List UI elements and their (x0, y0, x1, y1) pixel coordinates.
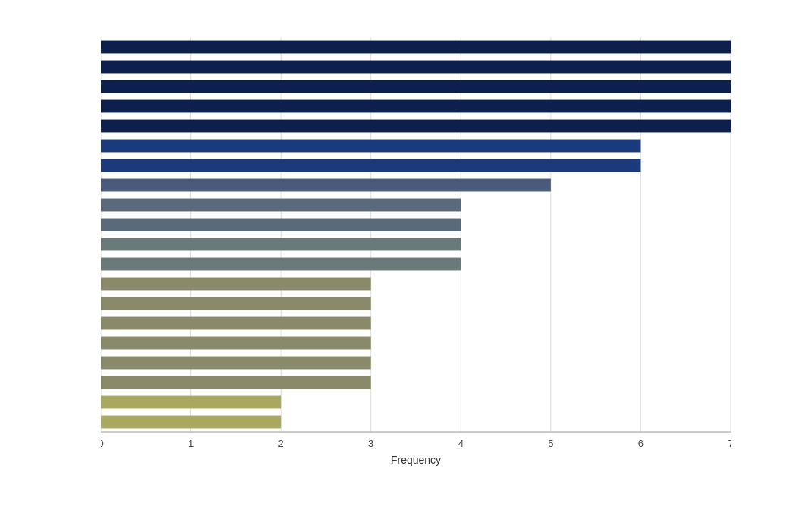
bar-russian (101, 198, 461, 211)
x-tick-4: 4 (458, 438, 463, 449)
x-tick-7: 7 (728, 438, 731, 449)
bar-whispergate (101, 336, 371, 349)
bar-include (101, 178, 551, 191)
bar-ukrainian (101, 99, 731, 112)
x-tick-5: 5 (548, 438, 553, 449)
x-tick-0: 0 (101, 438, 104, 449)
bar-government (101, 159, 640, 172)
x-tick-1: 1 (187, 438, 193, 449)
bar-ukraine (101, 139, 640, 152)
bar-service (101, 238, 461, 250)
chart-area: systemsdatastateukrainianconspiratorsukr… (101, 37, 746, 462)
bar-target (101, 218, 461, 231)
chart-container: systemsdatastateukrainianconspiratorsukr… (17, 8, 776, 524)
x-tick-3: 3 (368, 438, 373, 449)
x-axis-label: Frequency (390, 454, 440, 466)
x-tick-2: 2 (278, 438, 283, 449)
bar-maryland (101, 415, 281, 428)
bar-ministry (101, 257, 461, 270)
bar-indictment (101, 277, 371, 290)
bar-destroy (101, 316, 371, 329)
chart-svg: systemsdatastateukrainianconspiratorsukr… (101, 37, 731, 477)
bar-network (101, 376, 371, 389)
bar-attack (101, 356, 371, 369)
bar-state (101, 80, 731, 93)
bar-hack (101, 297, 371, 310)
x-tick-6: 6 (637, 438, 643, 449)
bar-systems (101, 40, 731, 53)
bar-data (101, 60, 731, 73)
bar-federal (101, 395, 281, 408)
bar-conspirators (101, 119, 731, 132)
